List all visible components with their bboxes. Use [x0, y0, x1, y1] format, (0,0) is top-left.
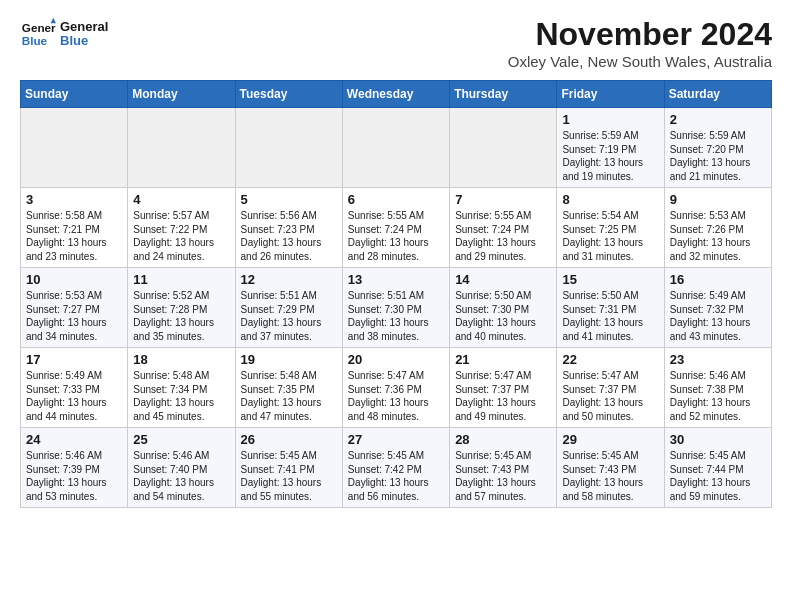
calendar-header-row: SundayMondayTuesdayWednesdayThursdayFrid… — [21, 81, 772, 108]
day-number: 19 — [241, 352, 337, 367]
calendar-cell: 20Sunrise: 5:47 AM Sunset: 7:36 PM Dayli… — [342, 348, 449, 428]
cell-info: Sunrise: 5:51 AM Sunset: 7:30 PM Dayligh… — [348, 289, 444, 343]
calendar-cell — [342, 108, 449, 188]
cell-info: Sunrise: 5:47 AM Sunset: 7:37 PM Dayligh… — [455, 369, 551, 423]
calendar-cell — [21, 108, 128, 188]
calendar-cell: 13Sunrise: 5:51 AM Sunset: 7:30 PM Dayli… — [342, 268, 449, 348]
cell-info: Sunrise: 5:46 AM Sunset: 7:40 PM Dayligh… — [133, 449, 229, 503]
calendar-cell: 21Sunrise: 5:47 AM Sunset: 7:37 PM Dayli… — [450, 348, 557, 428]
day-number: 18 — [133, 352, 229, 367]
day-number: 23 — [670, 352, 766, 367]
calendar-cell: 7Sunrise: 5:55 AM Sunset: 7:24 PM Daylig… — [450, 188, 557, 268]
day-number: 26 — [241, 432, 337, 447]
logo-line2: Blue — [60, 34, 108, 48]
calendar-cell: 3Sunrise: 5:58 AM Sunset: 7:21 PM Daylig… — [21, 188, 128, 268]
day-number: 9 — [670, 192, 766, 207]
logo-icon: General Blue — [20, 16, 56, 52]
cell-info: Sunrise: 5:45 AM Sunset: 7:44 PM Dayligh… — [670, 449, 766, 503]
cell-info: Sunrise: 5:53 AM Sunset: 7:26 PM Dayligh… — [670, 209, 766, 263]
calendar-cell — [235, 108, 342, 188]
cell-info: Sunrise: 5:59 AM Sunset: 7:19 PM Dayligh… — [562, 129, 658, 183]
calendar-cell: 8Sunrise: 5:54 AM Sunset: 7:25 PM Daylig… — [557, 188, 664, 268]
header-tuesday: Tuesday — [235, 81, 342, 108]
cell-info: Sunrise: 5:46 AM Sunset: 7:39 PM Dayligh… — [26, 449, 122, 503]
calendar-cell: 15Sunrise: 5:50 AM Sunset: 7:31 PM Dayli… — [557, 268, 664, 348]
day-number: 25 — [133, 432, 229, 447]
calendar-cell: 4Sunrise: 5:57 AM Sunset: 7:22 PM Daylig… — [128, 188, 235, 268]
day-number: 6 — [348, 192, 444, 207]
calendar-cell: 29Sunrise: 5:45 AM Sunset: 7:43 PM Dayli… — [557, 428, 664, 508]
cell-info: Sunrise: 5:49 AM Sunset: 7:32 PM Dayligh… — [670, 289, 766, 343]
day-number: 12 — [241, 272, 337, 287]
day-number: 27 — [348, 432, 444, 447]
calendar-cell: 23Sunrise: 5:46 AM Sunset: 7:38 PM Dayli… — [664, 348, 771, 428]
cell-info: Sunrise: 5:52 AM Sunset: 7:28 PM Dayligh… — [133, 289, 229, 343]
cell-info: Sunrise: 5:47 AM Sunset: 7:36 PM Dayligh… — [348, 369, 444, 423]
location-title: Oxley Vale, New South Wales, Australia — [508, 53, 772, 70]
cell-info: Sunrise: 5:45 AM Sunset: 7:43 PM Dayligh… — [455, 449, 551, 503]
calendar-week-row: 17Sunrise: 5:49 AM Sunset: 7:33 PM Dayli… — [21, 348, 772, 428]
cell-info: Sunrise: 5:48 AM Sunset: 7:35 PM Dayligh… — [241, 369, 337, 423]
cell-info: Sunrise: 5:55 AM Sunset: 7:24 PM Dayligh… — [455, 209, 551, 263]
header-saturday: Saturday — [664, 81, 771, 108]
day-number: 7 — [455, 192, 551, 207]
cell-info: Sunrise: 5:50 AM Sunset: 7:31 PM Dayligh… — [562, 289, 658, 343]
cell-info: Sunrise: 5:53 AM Sunset: 7:27 PM Dayligh… — [26, 289, 122, 343]
logo: General Blue General Blue — [20, 16, 108, 52]
day-number: 10 — [26, 272, 122, 287]
cell-info: Sunrise: 5:58 AM Sunset: 7:21 PM Dayligh… — [26, 209, 122, 263]
cell-info: Sunrise: 5:51 AM Sunset: 7:29 PM Dayligh… — [241, 289, 337, 343]
logo-line1: General — [60, 20, 108, 34]
day-number: 2 — [670, 112, 766, 127]
calendar-cell: 26Sunrise: 5:45 AM Sunset: 7:41 PM Dayli… — [235, 428, 342, 508]
page-header: General Blue General Blue November 2024 … — [20, 16, 772, 70]
day-number: 29 — [562, 432, 658, 447]
day-number: 4 — [133, 192, 229, 207]
title-area: November 2024 Oxley Vale, New South Wale… — [508, 16, 772, 70]
calendar-cell: 9Sunrise: 5:53 AM Sunset: 7:26 PM Daylig… — [664, 188, 771, 268]
calendar-week-row: 24Sunrise: 5:46 AM Sunset: 7:39 PM Dayli… — [21, 428, 772, 508]
svg-text:Blue: Blue — [22, 34, 48, 47]
cell-info: Sunrise: 5:56 AM Sunset: 7:23 PM Dayligh… — [241, 209, 337, 263]
header-thursday: Thursday — [450, 81, 557, 108]
cell-info: Sunrise: 5:48 AM Sunset: 7:34 PM Dayligh… — [133, 369, 229, 423]
cell-info: Sunrise: 5:57 AM Sunset: 7:22 PM Dayligh… — [133, 209, 229, 263]
cell-info: Sunrise: 5:50 AM Sunset: 7:30 PM Dayligh… — [455, 289, 551, 343]
calendar-cell: 1Sunrise: 5:59 AM Sunset: 7:19 PM Daylig… — [557, 108, 664, 188]
calendar-table: SundayMondayTuesdayWednesdayThursdayFrid… — [20, 80, 772, 508]
header-wednesday: Wednesday — [342, 81, 449, 108]
day-number: 30 — [670, 432, 766, 447]
calendar-cell: 2Sunrise: 5:59 AM Sunset: 7:20 PM Daylig… — [664, 108, 771, 188]
calendar-cell: 22Sunrise: 5:47 AM Sunset: 7:37 PM Dayli… — [557, 348, 664, 428]
calendar-week-row: 1Sunrise: 5:59 AM Sunset: 7:19 PM Daylig… — [21, 108, 772, 188]
calendar-cell: 5Sunrise: 5:56 AM Sunset: 7:23 PM Daylig… — [235, 188, 342, 268]
calendar-cell: 17Sunrise: 5:49 AM Sunset: 7:33 PM Dayli… — [21, 348, 128, 428]
calendar-cell: 12Sunrise: 5:51 AM Sunset: 7:29 PM Dayli… — [235, 268, 342, 348]
calendar-cell: 24Sunrise: 5:46 AM Sunset: 7:39 PM Dayli… — [21, 428, 128, 508]
cell-info: Sunrise: 5:47 AM Sunset: 7:37 PM Dayligh… — [562, 369, 658, 423]
calendar-cell: 30Sunrise: 5:45 AM Sunset: 7:44 PM Dayli… — [664, 428, 771, 508]
cell-info: Sunrise: 5:45 AM Sunset: 7:41 PM Dayligh… — [241, 449, 337, 503]
day-number: 28 — [455, 432, 551, 447]
day-number: 1 — [562, 112, 658, 127]
header-monday: Monday — [128, 81, 235, 108]
day-number: 20 — [348, 352, 444, 367]
header-friday: Friday — [557, 81, 664, 108]
day-number: 13 — [348, 272, 444, 287]
calendar-cell: 10Sunrise: 5:53 AM Sunset: 7:27 PM Dayli… — [21, 268, 128, 348]
calendar-week-row: 10Sunrise: 5:53 AM Sunset: 7:27 PM Dayli… — [21, 268, 772, 348]
calendar-cell: 25Sunrise: 5:46 AM Sunset: 7:40 PM Dayli… — [128, 428, 235, 508]
calendar-cell — [128, 108, 235, 188]
header-sunday: Sunday — [21, 81, 128, 108]
day-number: 14 — [455, 272, 551, 287]
day-number: 16 — [670, 272, 766, 287]
cell-info: Sunrise: 5:59 AM Sunset: 7:20 PM Dayligh… — [670, 129, 766, 183]
day-number: 3 — [26, 192, 122, 207]
month-title: November 2024 — [508, 16, 772, 53]
cell-info: Sunrise: 5:49 AM Sunset: 7:33 PM Dayligh… — [26, 369, 122, 423]
calendar-cell: 6Sunrise: 5:55 AM Sunset: 7:24 PM Daylig… — [342, 188, 449, 268]
cell-info: Sunrise: 5:54 AM Sunset: 7:25 PM Dayligh… — [562, 209, 658, 263]
cell-info: Sunrise: 5:45 AM Sunset: 7:42 PM Dayligh… — [348, 449, 444, 503]
day-number: 5 — [241, 192, 337, 207]
day-number: 17 — [26, 352, 122, 367]
